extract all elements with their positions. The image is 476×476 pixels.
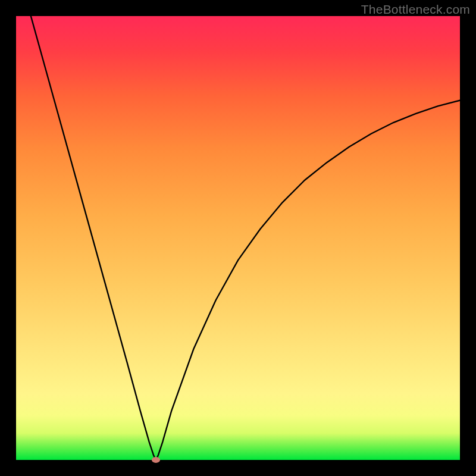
- curve-svg: [16, 16, 460, 460]
- optimum-marker: [152, 457, 160, 463]
- plot-area: [16, 16, 460, 460]
- chart-frame: TheBottleneck.com: [0, 0, 476, 476]
- watermark-text: TheBottleneck.com: [361, 2, 470, 17]
- bottleneck-curve: [16, 16, 460, 460]
